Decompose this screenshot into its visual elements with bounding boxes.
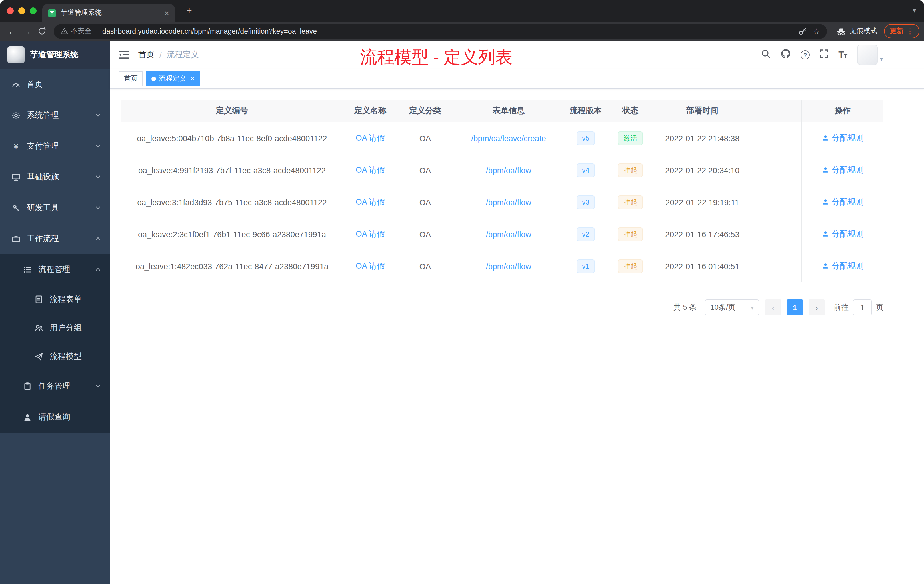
cell-deploy-time: 2022-01-22 20:34:10	[654, 154, 751, 186]
form-link[interactable]: /bpm/oa/flow	[486, 165, 531, 175]
person-icon	[822, 230, 829, 238]
version-tag: v1	[576, 259, 595, 273]
breadcrumb-current: 流程定义	[167, 50, 199, 60]
tab-close-icon[interactable]: ×	[165, 9, 169, 17]
page-number-1[interactable]: 1	[787, 299, 803, 315]
back-button[interactable]: ←	[5, 24, 20, 39]
column-header: 状态	[607, 100, 654, 122]
user-menu[interactable]: ▾	[857, 45, 883, 65]
definition-name-link[interactable]: OA 请假	[356, 197, 385, 207]
column-header: 定义分类	[398, 100, 452, 122]
assign-rule-link[interactable]: 分配规则	[822, 197, 864, 207]
tag-home[interactable]: 首页	[119, 71, 143, 86]
key-icon[interactable]	[799, 27, 807, 35]
sidebar-item-home[interactable]: 首页	[0, 69, 110, 100]
update-button[interactable]: 更新 ⋮	[884, 24, 919, 38]
zoom-window-button[interactable]	[30, 7, 36, 14]
tag-process-definition[interactable]: 流程定义 ×	[146, 71, 200, 86]
security-status[interactable]: 不安全	[61, 26, 97, 36]
cell-filler	[751, 218, 801, 250]
sidebar-item-workflow[interactable]: 工作流程	[0, 223, 110, 254]
sidebar-item-process-model[interactable]: 流程模型	[0, 342, 110, 371]
sidebar-item-leave-query[interactable]: 请假查询	[0, 402, 110, 432]
table-row: oa_leave:3:1fad3d93-7b75-11ec-a3c8-acde4…	[121, 186, 883, 218]
assign-rule-link[interactable]: 分配规则	[822, 133, 864, 143]
column-header: 操作	[801, 100, 883, 122]
page-size-select[interactable]: 10条/页 ▾	[705, 299, 759, 315]
pagination: 共 5 条 10条/页 ▾ ‹ 1 › 前往 1 页	[121, 299, 883, 315]
breadcrumb-separator: /	[159, 50, 162, 59]
sidebar-logo[interactable]: 芋道管理系统	[0, 41, 110, 69]
update-label: 更新	[890, 26, 903, 36]
goto-page-input[interactable]: 1	[853, 299, 872, 315]
table-row: oa_leave:4:991f2193-7b7f-11ec-a3c8-acde4…	[121, 154, 883, 186]
sidebar-item-label: 流程管理	[38, 265, 70, 275]
sidebar-item-process-form[interactable]: 流程表单	[0, 285, 110, 314]
cell-category: OA	[398, 250, 452, 282]
assign-rule-link[interactable]: 分配规则	[822, 261, 864, 271]
form-link[interactable]: /bpm/oa/flow	[486, 198, 531, 206]
column-header: 表单信息	[452, 100, 564, 122]
status-tag: 挂起	[618, 195, 643, 209]
new-tab-button[interactable]: +	[183, 5, 195, 17]
bookmark-star-icon[interactable]: ☆	[813, 26, 820, 36]
chevron-down-icon	[95, 173, 101, 182]
forward-button[interactable]: →	[20, 24, 34, 39]
sidebar-item-label: 支付管理	[27, 141, 59, 152]
sidebar-item-user-group[interactable]: 用户分组	[0, 314, 110, 342]
definition-name-link[interactable]: OA 请假	[356, 133, 385, 143]
github-icon[interactable]	[780, 49, 791, 61]
close-window-button[interactable]	[7, 7, 14, 14]
user-avatar[interactable]	[857, 45, 878, 65]
fullscreen-icon[interactable]	[819, 49, 828, 61]
sidebar-item-payment[interactable]: ¥ 支付管理	[0, 131, 110, 162]
cell-category: OA	[398, 154, 452, 186]
briefcase-icon	[12, 234, 21, 243]
clipboard-icon	[23, 382, 32, 391]
cell-category: OA	[398, 186, 452, 218]
url-text[interactable]: dashboard.yudao.iocoder.cn/bpm/manager/d…	[102, 27, 794, 35]
column-header-filler	[751, 100, 801, 122]
browser-tab[interactable]: 芋道管理系统 ×	[42, 4, 175, 22]
cell-deploy-time: 2022-01-16 17:46:53	[654, 218, 751, 250]
prev-page-button[interactable]: ‹	[765, 299, 781, 315]
assign-rule-link[interactable]: 分配规则	[822, 165, 864, 175]
sidebar-item-devtools[interactable]: 研发工具	[0, 193, 110, 223]
status-tag: 激活	[618, 131, 643, 145]
annotation-title: 流程模型 - 定义列表	[360, 46, 512, 69]
form-link[interactable]: /bpm/oa/leave/create	[471, 134, 546, 143]
minimize-window-button[interactable]	[18, 7, 25, 14]
help-icon[interactable]: ?	[800, 50, 810, 59]
sidebar-item-label: 流程表单	[50, 294, 82, 305]
font-size-icon[interactable]: TT	[838, 50, 847, 59]
hamburger-icon[interactable]	[119, 50, 129, 59]
next-page-button[interactable]: ›	[808, 299, 825, 315]
chevron-down-icon	[95, 111, 101, 120]
table-row: oa_leave:2:3c1f0ef1-76b1-11ec-9c66-a2380…	[121, 218, 883, 250]
breadcrumb-home[interactable]: 首页	[138, 50, 154, 60]
sidebar-item-process-management[interactable]: 流程管理	[0, 254, 110, 285]
definition-name-link[interactable]: OA 请假	[356, 229, 385, 239]
tab-search-caret-icon[interactable]: ▾	[913, 7, 916, 14]
browser-menu-icon[interactable]: ⋮	[906, 27, 914, 35]
sidebar-item-task-management[interactable]: 任务管理	[0, 371, 110, 402]
definition-name-link[interactable]: OA 请假	[356, 165, 385, 175]
reload-icon	[38, 27, 46, 35]
reload-button[interactable]	[34, 24, 49, 39]
tag-close-icon[interactable]: ×	[190, 75, 195, 82]
definition-name-link[interactable]: OA 请假	[356, 261, 385, 271]
column-header: 定义编号	[121, 100, 343, 122]
sidebar-item-infrastructure[interactable]: 基础设施	[0, 162, 110, 193]
form-link[interactable]: /bpm/oa/flow	[486, 261, 531, 271]
sidebar-item-system[interactable]: 系统管理	[0, 100, 110, 131]
incognito-label: 无痕模式	[850, 26, 877, 36]
search-icon[interactable]	[761, 49, 771, 61]
form-link[interactable]: /bpm/oa/flow	[486, 229, 531, 239]
chevron-up-icon	[95, 234, 101, 243]
main-content: 定义编号 定义名称 定义分类 表单信息 流程版本 状态 部署时间 操作	[110, 89, 924, 584]
assign-rule-link[interactable]: 分配规则	[822, 229, 864, 239]
address-bar[interactable]: 不安全 dashboard.yudao.iocoder.cn/bpm/manag…	[54, 24, 827, 39]
incognito-badge: 无痕模式	[832, 26, 882, 36]
sidebar-item-label: 流程模型	[50, 351, 82, 362]
cell-deploy-time: 2022-01-16 01:40:51	[654, 250, 751, 282]
